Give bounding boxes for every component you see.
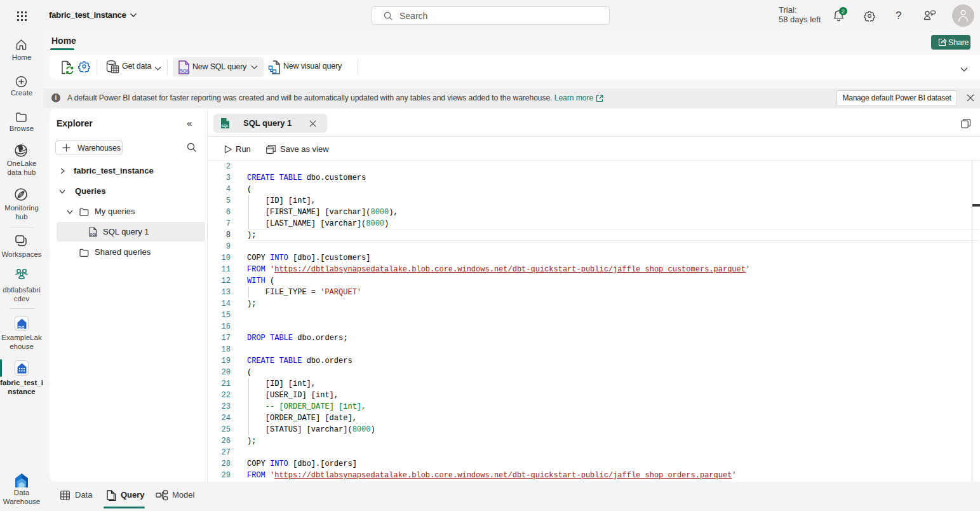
svg-text:SQL: SQL: [222, 124, 229, 128]
svg-text:SQL: SQL: [90, 233, 98, 236]
svg-text:SQL: SQL: [180, 68, 190, 74]
